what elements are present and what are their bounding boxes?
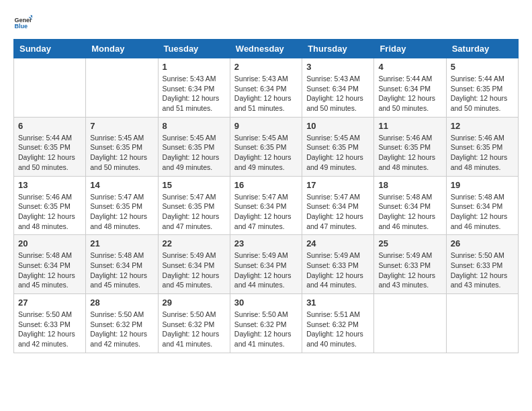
- calendar-cell: 24Sunrise: 5:49 AM Sunset: 6:33 PM Dayli…: [302, 235, 374, 294]
- day-number: 7: [90, 121, 153, 131]
- calendar-cell: 29Sunrise: 5:50 AM Sunset: 6:32 PM Dayli…: [158, 294, 230, 353]
- day-number: 12: [451, 121, 514, 131]
- calendar-cell: 8Sunrise: 5:45 AM Sunset: 6:35 PM Daylig…: [158, 117, 230, 176]
- day-number: 1: [163, 62, 226, 72]
- calendar-cell: 9Sunrise: 5:45 AM Sunset: 6:35 PM Daylig…: [230, 117, 302, 176]
- day-number: 19: [451, 180, 514, 190]
- day-header-saturday: Saturday: [446, 40, 518, 58]
- svg-text:Blue: Blue: [14, 23, 28, 30]
- day-number: 15: [163, 180, 226, 190]
- day-number: 27: [18, 298, 81, 308]
- calendar-cell: 10Sunrise: 5:45 AM Sunset: 6:35 PM Dayli…: [302, 117, 374, 176]
- day-info: Sunrise: 5:47 AM Sunset: 6:34 PM Dayligh…: [234, 192, 298, 232]
- calendar-table: SundayMondayTuesdayWednesdayThursdayFrid…: [13, 39, 519, 353]
- day-number: 31: [306, 298, 369, 308]
- day-info: Sunrise: 5:49 AM Sunset: 6:34 PM Dayligh…: [163, 250, 226, 290]
- day-info: Sunrise: 5:47 AM Sunset: 6:35 PM Dayligh…: [90, 192, 153, 232]
- calendar-week-row: 27Sunrise: 5:50 AM Sunset: 6:33 PM Dayli…: [14, 294, 519, 353]
- day-info: Sunrise: 5:48 AM Sunset: 6:34 PM Dayligh…: [90, 250, 153, 290]
- calendar-cell: 6Sunrise: 5:44 AM Sunset: 6:35 PM Daylig…: [14, 117, 86, 176]
- day-info: Sunrise: 5:48 AM Sunset: 6:34 PM Dayligh…: [451, 192, 514, 232]
- day-info: Sunrise: 5:44 AM Sunset: 6:35 PM Dayligh…: [18, 133, 81, 173]
- day-number: 24: [306, 238, 369, 248]
- day-info: Sunrise: 5:44 AM Sunset: 6:34 PM Dayligh…: [378, 74, 441, 113]
- day-info: Sunrise: 5:46 AM Sunset: 6:35 PM Dayligh…: [378, 133, 441, 173]
- day-info: Sunrise: 5:45 AM Sunset: 6:35 PM Dayligh…: [163, 133, 226, 173]
- day-number: 8: [163, 121, 226, 131]
- calendar-cell: 2Sunrise: 5:43 AM Sunset: 6:34 PM Daylig…: [230, 58, 302, 118]
- calendar-cell: [86, 58, 158, 118]
- day-info: Sunrise: 5:45 AM Sunset: 6:35 PM Dayligh…: [306, 133, 369, 173]
- day-header-wednesday: Wednesday: [230, 40, 302, 58]
- calendar-cell: 27Sunrise: 5:50 AM Sunset: 6:33 PM Dayli…: [14, 294, 86, 353]
- day-number: 2: [234, 62, 298, 72]
- day-info: Sunrise: 5:45 AM Sunset: 6:35 PM Dayligh…: [90, 133, 153, 173]
- day-info: Sunrise: 5:49 AM Sunset: 6:34 PM Dayligh…: [234, 250, 298, 290]
- day-info: Sunrise: 5:44 AM Sunset: 6:35 PM Dayligh…: [451, 74, 514, 113]
- calendar-cell: 12Sunrise: 5:46 AM Sunset: 6:35 PM Dayli…: [446, 117, 518, 176]
- day-number: 20: [18, 238, 81, 248]
- day-number: 9: [234, 121, 298, 131]
- day-number: 21: [90, 238, 153, 248]
- day-info: Sunrise: 5:50 AM Sunset: 6:33 PM Dayligh…: [18, 310, 81, 349]
- day-header-sunday: Sunday: [14, 40, 86, 58]
- day-info: Sunrise: 5:46 AM Sunset: 6:35 PM Dayligh…: [18, 192, 81, 232]
- calendar-cell: 11Sunrise: 5:46 AM Sunset: 6:35 PM Dayli…: [374, 117, 446, 176]
- logo-icon: General Blue: [13, 13, 32, 32]
- calendar-cell: 16Sunrise: 5:47 AM Sunset: 6:34 PM Dayli…: [230, 176, 302, 235]
- calendar-cell: 20Sunrise: 5:48 AM Sunset: 6:34 PM Dayli…: [14, 235, 86, 294]
- calendar-cell: 28Sunrise: 5:50 AM Sunset: 6:32 PM Dayli…: [86, 294, 158, 353]
- day-info: Sunrise: 5:43 AM Sunset: 6:34 PM Dayligh…: [234, 74, 298, 113]
- day-info: Sunrise: 5:49 AM Sunset: 6:33 PM Dayligh…: [306, 250, 369, 290]
- day-number: 14: [90, 180, 153, 190]
- day-info: Sunrise: 5:50 AM Sunset: 6:32 PM Dayligh…: [163, 310, 226, 349]
- day-number: 30: [234, 298, 298, 308]
- calendar-cell: 14Sunrise: 5:47 AM Sunset: 6:35 PM Dayli…: [86, 176, 158, 235]
- day-number: 28: [90, 298, 153, 308]
- calendar-cell: 4Sunrise: 5:44 AM Sunset: 6:34 PM Daylig…: [374, 58, 446, 118]
- day-info: Sunrise: 5:49 AM Sunset: 6:33 PM Dayligh…: [378, 250, 441, 290]
- calendar-cell: 31Sunrise: 5:51 AM Sunset: 6:32 PM Dayli…: [302, 294, 374, 353]
- calendar-week-row: 1Sunrise: 5:43 AM Sunset: 6:34 PM Daylig…: [14, 58, 519, 118]
- day-number: 16: [234, 180, 298, 190]
- calendar-week-row: 6Sunrise: 5:44 AM Sunset: 6:35 PM Daylig…: [14, 117, 519, 176]
- calendar-cell: 7Sunrise: 5:45 AM Sunset: 6:35 PM Daylig…: [86, 117, 158, 176]
- calendar-cell: 22Sunrise: 5:49 AM Sunset: 6:34 PM Dayli…: [158, 235, 230, 294]
- day-number: 6: [18, 121, 81, 131]
- calendar-week-row: 20Sunrise: 5:48 AM Sunset: 6:34 PM Dayli…: [14, 235, 519, 294]
- logo: General Blue: [13, 13, 32, 32]
- calendar-cell: 26Sunrise: 5:50 AM Sunset: 6:33 PM Dayli…: [446, 235, 518, 294]
- calendar-cell: 18Sunrise: 5:48 AM Sunset: 6:34 PM Dayli…: [374, 176, 446, 235]
- day-info: Sunrise: 5:46 AM Sunset: 6:35 PM Dayligh…: [451, 133, 514, 173]
- calendar-cell: 23Sunrise: 5:49 AM Sunset: 6:34 PM Dayli…: [230, 235, 302, 294]
- day-number: 17: [306, 180, 369, 190]
- calendar-cell: 21Sunrise: 5:48 AM Sunset: 6:34 PM Dayli…: [86, 235, 158, 294]
- day-info: Sunrise: 5:47 AM Sunset: 6:35 PM Dayligh…: [163, 192, 226, 232]
- day-number: 3: [306, 62, 369, 72]
- day-info: Sunrise: 5:45 AM Sunset: 6:35 PM Dayligh…: [234, 133, 298, 173]
- calendar-week-row: 13Sunrise: 5:46 AM Sunset: 6:35 PM Dayli…: [14, 176, 519, 235]
- calendar-cell: [446, 294, 518, 353]
- calendar-cell: 25Sunrise: 5:49 AM Sunset: 6:33 PM Dayli…: [374, 235, 446, 294]
- day-number: 5: [451, 62, 514, 72]
- day-info: Sunrise: 5:48 AM Sunset: 6:34 PM Dayligh…: [18, 250, 81, 290]
- day-info: Sunrise: 5:51 AM Sunset: 6:32 PM Dayligh…: [306, 310, 369, 349]
- day-number: 29: [163, 298, 226, 308]
- day-header-monday: Monday: [86, 40, 158, 58]
- calendar-header-row: SundayMondayTuesdayWednesdayThursdayFrid…: [14, 40, 519, 58]
- day-info: Sunrise: 5:50 AM Sunset: 6:32 PM Dayligh…: [90, 310, 153, 349]
- day-number: 23: [234, 238, 298, 248]
- calendar-cell: 15Sunrise: 5:47 AM Sunset: 6:35 PM Dayli…: [158, 176, 230, 235]
- day-info: Sunrise: 5:50 AM Sunset: 6:32 PM Dayligh…: [234, 310, 298, 349]
- day-number: 18: [378, 180, 441, 190]
- day-number: 13: [18, 180, 81, 190]
- day-number: 4: [378, 62, 441, 72]
- calendar-cell: [374, 294, 446, 353]
- day-header-thursday: Thursday: [302, 40, 374, 58]
- day-info: Sunrise: 5:48 AM Sunset: 6:34 PM Dayligh…: [378, 192, 441, 232]
- day-number: 25: [378, 238, 441, 248]
- day-number: 26: [451, 238, 514, 248]
- day-header-tuesday: Tuesday: [158, 40, 230, 58]
- day-info: Sunrise: 5:47 AM Sunset: 6:34 PM Dayligh…: [306, 192, 369, 232]
- calendar-cell: [14, 58, 86, 118]
